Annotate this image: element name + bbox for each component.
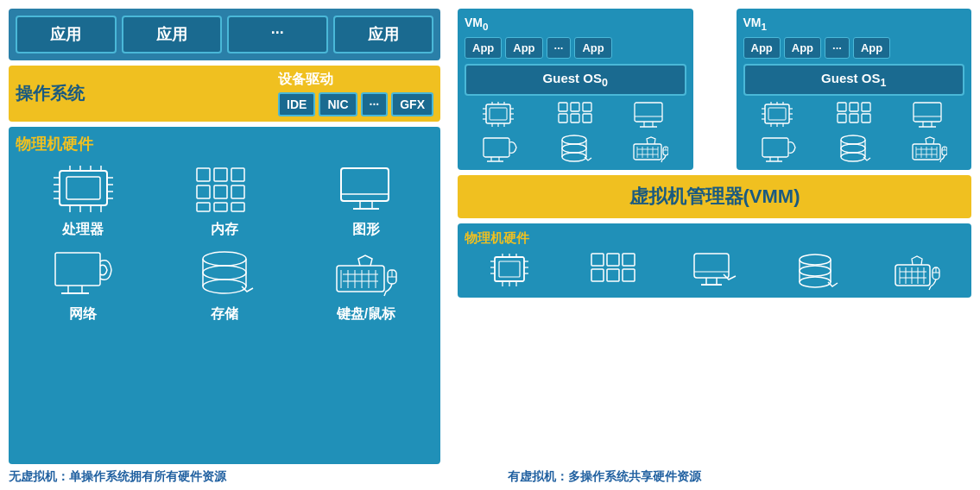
svg-rect-27 — [341, 168, 389, 201]
driver-ide: IDE — [278, 92, 315, 116]
svg-rect-69 — [559, 103, 567, 111]
monitor-icon — [332, 161, 401, 217]
hw-network: 网络 — [16, 246, 150, 324]
hw-keyboard: 键盘/鼠标 — [299, 246, 433, 324]
right-hw-title: 物理机硬件 — [465, 230, 964, 247]
vm0-app1: App — [505, 37, 542, 59]
svg-point-84 — [562, 135, 586, 144]
footer: 无虚拟机：单操作系统拥有所有硬件资源 有虚拟机：多操作系统共享硬件资源 — [0, 464, 980, 490]
vm1-cpu-icon — [743, 101, 815, 130]
hw-title: 物理机硬件 — [16, 134, 433, 154]
vm0-box: VM0 App App ··· App Guest OS0 — [458, 9, 693, 170]
vm0-memory-icon — [540, 101, 611, 130]
svg-point-36 — [203, 252, 246, 266]
right-storage-icon — [792, 252, 839, 291]
hw-cpu: 处理器 — [16, 161, 150, 239]
vm1-app-row: App App ··· App — [743, 37, 965, 59]
svg-point-134 — [841, 144, 865, 153]
svg-rect-1 — [66, 177, 100, 199]
vm1-monitor-icon — [893, 101, 964, 130]
right-monitor-icon — [691, 252, 738, 291]
right-hw-grid — [465, 252, 964, 291]
vm0-app-row: App App ··· App — [465, 37, 686, 59]
vm1-guest-os: Guest OS1 — [743, 64, 965, 96]
svg-rect-19 — [214, 168, 227, 181]
hw-storage: 存储 — [157, 246, 292, 324]
svg-rect-18 — [197, 168, 210, 181]
svg-point-42 — [203, 280, 246, 293]
svg-rect-164 — [607, 254, 619, 266]
vm0-monitor-icon — [615, 101, 686, 130]
main-container: 应用 应用 ··· 应用 操作系统 设备驱动 IDE NIC ··· GFX 物… — [0, 0, 980, 464]
vm0-app3: App — [574, 37, 611, 59]
hw-keyboard-label: 键盘/鼠标 — [337, 305, 395, 324]
app-row: 应用 应用 ··· 应用 — [9, 9, 440, 60]
svg-rect-103 — [768, 108, 786, 120]
vm1-app3: App — [853, 37, 890, 59]
right-keyboard-icon — [894, 252, 941, 291]
hw-network-label: 网络 — [69, 305, 97, 324]
svg-rect-43 — [337, 266, 384, 292]
right-memory-icon — [590, 252, 637, 291]
app-box-0: 应用 — [16, 16, 117, 53]
left-panel: 应用 应用 ··· 应用 操作系统 设备驱动 IDE NIC ··· GFX 物… — [9, 9, 440, 464]
driver-items: IDE NIC ··· GFX — [278, 92, 433, 116]
svg-point-137 — [841, 153, 865, 161]
vm0-hw-grid — [465, 101, 686, 163]
svg-rect-32 — [55, 253, 100, 286]
svg-rect-73 — [571, 114, 579, 122]
app-box-1: 应用 — [122, 16, 223, 53]
vm0-storage-icon — [540, 134, 611, 163]
svg-point-177 — [800, 266, 831, 276]
right-cpu-icon — [488, 252, 535, 291]
driver-gfx: GFX — [391, 92, 433, 116]
svg-rect-24 — [197, 203, 210, 211]
app-box-3: 应用 — [333, 16, 434, 53]
svg-point-87 — [562, 144, 586, 153]
svg-rect-119 — [838, 114, 846, 122]
vm0-guest-os: Guest OS0 — [465, 64, 686, 96]
svg-rect-117 — [850, 103, 858, 111]
hw-memory: 内存 — [157, 161, 292, 239]
footer-left: 无虚拟机：单操作系统拥有所有硬件资源 — [9, 469, 473, 485]
vm1-app0: App — [743, 37, 781, 59]
svg-point-180 — [800, 277, 831, 287]
memory-icon — [190, 161, 259, 217]
os-label: 操作系统 — [16, 82, 85, 105]
svg-rect-168 — [623, 269, 635, 281]
svg-rect-127 — [762, 138, 788, 157]
svg-rect-20 — [231, 168, 244, 181]
svg-rect-22 — [214, 185, 227, 198]
vmm-row: 虚拟机管理器(VMM) — [458, 175, 971, 218]
vm1-keyboard-icon — [893, 134, 964, 163]
cpu-icon — [48, 161, 117, 217]
vm0-keyboard-icon — [615, 134, 686, 163]
vm1-memory-icon — [818, 101, 889, 130]
svg-rect-72 — [559, 114, 567, 122]
storage-icon — [190, 246, 259, 302]
svg-rect-116 — [838, 103, 846, 111]
vm1-hw-grid — [743, 101, 965, 163]
svg-rect-75 — [635, 103, 662, 122]
vm-row: VM0 App App ··· App Guest OS0 — [458, 9, 971, 170]
vm1-app1: App — [784, 37, 821, 59]
hw-monitor-label: 图形 — [352, 221, 380, 239]
driver-nic: NIC — [319, 92, 357, 116]
svg-rect-121 — [862, 114, 870, 122]
hw-storage-label: 存储 — [211, 305, 238, 324]
svg-rect-181 — [895, 265, 930, 286]
vm-dots: ··· — [702, 9, 728, 97]
os-row: 操作系统 设备驱动 IDE NIC ··· GFX — [9, 66, 440, 122]
svg-rect-118 — [862, 103, 870, 111]
svg-point-90 — [562, 153, 586, 161]
svg-rect-74 — [583, 114, 591, 122]
svg-rect-166 — [591, 269, 604, 281]
svg-rect-163 — [591, 254, 604, 266]
svg-rect-26 — [231, 203, 244, 211]
svg-rect-56 — [490, 108, 507, 120]
hw-memory-label: 内存 — [211, 221, 238, 239]
hardware-panel: 物理机硬件 — [9, 127, 440, 464]
hw-grid: 处理器 — [16, 161, 433, 324]
device-driver-block: 设备驱动 IDE NIC ··· GFX — [278, 71, 433, 116]
vm0-cpu-icon — [465, 101, 536, 130]
